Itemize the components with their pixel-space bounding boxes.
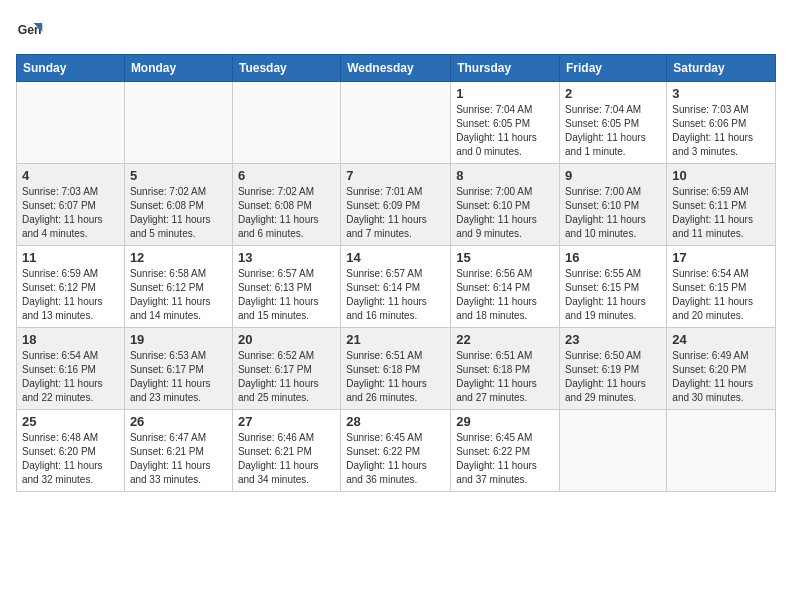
- day-number: 22: [456, 332, 554, 347]
- day-number: 3: [672, 86, 770, 101]
- calendar-cell: 4Sunrise: 7:03 AM Sunset: 6:07 PM Daylig…: [17, 164, 125, 246]
- calendar-week-row: 1Sunrise: 7:04 AM Sunset: 6:05 PM Daylig…: [17, 82, 776, 164]
- day-number: 11: [22, 250, 119, 265]
- day-info: Sunrise: 6:54 AM Sunset: 6:16 PM Dayligh…: [22, 349, 119, 405]
- day-number: 26: [130, 414, 227, 429]
- logo: Gen: [16, 16, 48, 44]
- calendar-week-row: 4Sunrise: 7:03 AM Sunset: 6:07 PM Daylig…: [17, 164, 776, 246]
- day-info: Sunrise: 7:03 AM Sunset: 6:07 PM Dayligh…: [22, 185, 119, 241]
- calendar-week-row: 18Sunrise: 6:54 AM Sunset: 6:16 PM Dayli…: [17, 328, 776, 410]
- day-info: Sunrise: 6:45 AM Sunset: 6:22 PM Dayligh…: [456, 431, 554, 487]
- calendar-cell: 6Sunrise: 7:02 AM Sunset: 6:08 PM Daylig…: [232, 164, 340, 246]
- calendar-cell: 18Sunrise: 6:54 AM Sunset: 6:16 PM Dayli…: [17, 328, 125, 410]
- col-header-thursday: Thursday: [451, 55, 560, 82]
- col-header-monday: Monday: [124, 55, 232, 82]
- calendar-cell: 29Sunrise: 6:45 AM Sunset: 6:22 PM Dayli…: [451, 410, 560, 492]
- day-info: Sunrise: 6:59 AM Sunset: 6:11 PM Dayligh…: [672, 185, 770, 241]
- calendar-cell: 22Sunrise: 6:51 AM Sunset: 6:18 PM Dayli…: [451, 328, 560, 410]
- day-info: Sunrise: 6:48 AM Sunset: 6:20 PM Dayligh…: [22, 431, 119, 487]
- day-number: 6: [238, 168, 335, 183]
- day-number: 8: [456, 168, 554, 183]
- calendar-cell: 10Sunrise: 6:59 AM Sunset: 6:11 PM Dayli…: [667, 164, 776, 246]
- calendar-cell: 9Sunrise: 7:00 AM Sunset: 6:10 PM Daylig…: [560, 164, 667, 246]
- day-number: 27: [238, 414, 335, 429]
- day-info: Sunrise: 6:49 AM Sunset: 6:20 PM Dayligh…: [672, 349, 770, 405]
- day-number: 25: [22, 414, 119, 429]
- calendar-cell: [17, 82, 125, 164]
- calendar-cell: 20Sunrise: 6:52 AM Sunset: 6:17 PM Dayli…: [232, 328, 340, 410]
- calendar-cell: 24Sunrise: 6:49 AM Sunset: 6:20 PM Dayli…: [667, 328, 776, 410]
- day-info: Sunrise: 6:54 AM Sunset: 6:15 PM Dayligh…: [672, 267, 770, 323]
- day-number: 10: [672, 168, 770, 183]
- calendar-cell: 7Sunrise: 7:01 AM Sunset: 6:09 PM Daylig…: [341, 164, 451, 246]
- day-info: Sunrise: 7:02 AM Sunset: 6:08 PM Dayligh…: [238, 185, 335, 241]
- day-number: 20: [238, 332, 335, 347]
- calendar-cell: 23Sunrise: 6:50 AM Sunset: 6:19 PM Dayli…: [560, 328, 667, 410]
- calendar-cell: [560, 410, 667, 492]
- day-number: 4: [22, 168, 119, 183]
- day-info: Sunrise: 6:57 AM Sunset: 6:14 PM Dayligh…: [346, 267, 445, 323]
- calendar-cell: 3Sunrise: 7:03 AM Sunset: 6:06 PM Daylig…: [667, 82, 776, 164]
- day-info: Sunrise: 6:59 AM Sunset: 6:12 PM Dayligh…: [22, 267, 119, 323]
- calendar-cell: 21Sunrise: 6:51 AM Sunset: 6:18 PM Dayli…: [341, 328, 451, 410]
- col-header-saturday: Saturday: [667, 55, 776, 82]
- col-header-friday: Friday: [560, 55, 667, 82]
- calendar-cell: 25Sunrise: 6:48 AM Sunset: 6:20 PM Dayli…: [17, 410, 125, 492]
- calendar-week-row: 25Sunrise: 6:48 AM Sunset: 6:20 PM Dayli…: [17, 410, 776, 492]
- col-header-tuesday: Tuesday: [232, 55, 340, 82]
- day-number: 18: [22, 332, 119, 347]
- calendar-week-row: 11Sunrise: 6:59 AM Sunset: 6:12 PM Dayli…: [17, 246, 776, 328]
- calendar-cell: [341, 82, 451, 164]
- day-number: 21: [346, 332, 445, 347]
- calendar-cell: [232, 82, 340, 164]
- day-number: 7: [346, 168, 445, 183]
- page-header: Gen: [16, 16, 776, 44]
- day-info: Sunrise: 6:55 AM Sunset: 6:15 PM Dayligh…: [565, 267, 661, 323]
- day-number: 9: [565, 168, 661, 183]
- day-number: 19: [130, 332, 227, 347]
- day-info: Sunrise: 6:51 AM Sunset: 6:18 PM Dayligh…: [346, 349, 445, 405]
- day-number: 29: [456, 414, 554, 429]
- day-info: Sunrise: 7:02 AM Sunset: 6:08 PM Dayligh…: [130, 185, 227, 241]
- day-info: Sunrise: 6:45 AM Sunset: 6:22 PM Dayligh…: [346, 431, 445, 487]
- calendar-cell: 16Sunrise: 6:55 AM Sunset: 6:15 PM Dayli…: [560, 246, 667, 328]
- day-info: Sunrise: 7:01 AM Sunset: 6:09 PM Dayligh…: [346, 185, 445, 241]
- calendar-cell: 26Sunrise: 6:47 AM Sunset: 6:21 PM Dayli…: [124, 410, 232, 492]
- calendar-cell: 13Sunrise: 6:57 AM Sunset: 6:13 PM Dayli…: [232, 246, 340, 328]
- day-info: Sunrise: 7:03 AM Sunset: 6:06 PM Dayligh…: [672, 103, 770, 159]
- calendar-cell: [667, 410, 776, 492]
- calendar-cell: 27Sunrise: 6:46 AM Sunset: 6:21 PM Dayli…: [232, 410, 340, 492]
- calendar-cell: 15Sunrise: 6:56 AM Sunset: 6:14 PM Dayli…: [451, 246, 560, 328]
- calendar-cell: 12Sunrise: 6:58 AM Sunset: 6:12 PM Dayli…: [124, 246, 232, 328]
- day-number: 16: [565, 250, 661, 265]
- calendar-cell: 17Sunrise: 6:54 AM Sunset: 6:15 PM Dayli…: [667, 246, 776, 328]
- day-info: Sunrise: 6:51 AM Sunset: 6:18 PM Dayligh…: [456, 349, 554, 405]
- calendar-header-row: SundayMondayTuesdayWednesdayThursdayFrid…: [17, 55, 776, 82]
- day-number: 2: [565, 86, 661, 101]
- day-number: 13: [238, 250, 335, 265]
- calendar-cell: 8Sunrise: 7:00 AM Sunset: 6:10 PM Daylig…: [451, 164, 560, 246]
- day-info: Sunrise: 7:04 AM Sunset: 6:05 PM Dayligh…: [565, 103, 661, 159]
- day-info: Sunrise: 6:50 AM Sunset: 6:19 PM Dayligh…: [565, 349, 661, 405]
- day-number: 17: [672, 250, 770, 265]
- calendar-cell: 5Sunrise: 7:02 AM Sunset: 6:08 PM Daylig…: [124, 164, 232, 246]
- calendar-cell: 19Sunrise: 6:53 AM Sunset: 6:17 PM Dayli…: [124, 328, 232, 410]
- day-number: 12: [130, 250, 227, 265]
- day-info: Sunrise: 7:00 AM Sunset: 6:10 PM Dayligh…: [456, 185, 554, 241]
- day-info: Sunrise: 6:58 AM Sunset: 6:12 PM Dayligh…: [130, 267, 227, 323]
- calendar-cell: 28Sunrise: 6:45 AM Sunset: 6:22 PM Dayli…: [341, 410, 451, 492]
- calendar-table: SundayMondayTuesdayWednesdayThursdayFrid…: [16, 54, 776, 492]
- day-number: 15: [456, 250, 554, 265]
- calendar-cell: 1Sunrise: 7:04 AM Sunset: 6:05 PM Daylig…: [451, 82, 560, 164]
- day-info: Sunrise: 6:56 AM Sunset: 6:14 PM Dayligh…: [456, 267, 554, 323]
- day-number: 1: [456, 86, 554, 101]
- day-info: Sunrise: 6:52 AM Sunset: 6:17 PM Dayligh…: [238, 349, 335, 405]
- day-number: 24: [672, 332, 770, 347]
- col-header-sunday: Sunday: [17, 55, 125, 82]
- day-info: Sunrise: 6:57 AM Sunset: 6:13 PM Dayligh…: [238, 267, 335, 323]
- day-number: 5: [130, 168, 227, 183]
- col-header-wednesday: Wednesday: [341, 55, 451, 82]
- logo-icon: Gen: [16, 16, 44, 44]
- day-info: Sunrise: 6:47 AM Sunset: 6:21 PM Dayligh…: [130, 431, 227, 487]
- day-info: Sunrise: 7:04 AM Sunset: 6:05 PM Dayligh…: [456, 103, 554, 159]
